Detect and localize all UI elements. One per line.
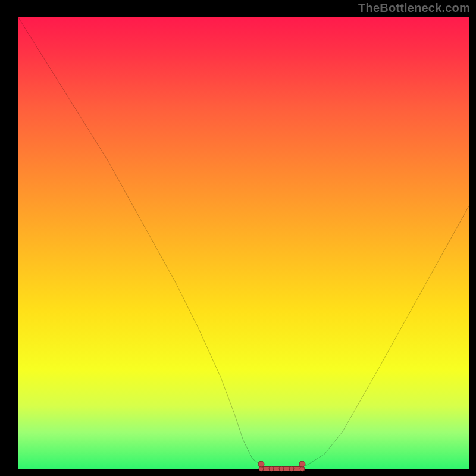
zero-band-dot [289,466,295,472]
zero-band-dot [279,466,284,472]
zero-band-dot [269,466,274,472]
curve-marker [299,461,305,468]
chart-frame: TheBottleneck.com [0,0,476,476]
bottleneck-curve [18,17,469,468]
curve-marker [258,461,265,468]
watermark-text: TheBottleneck.com [358,1,470,15]
curve-layer [18,17,469,468]
plot-area [18,17,469,469]
